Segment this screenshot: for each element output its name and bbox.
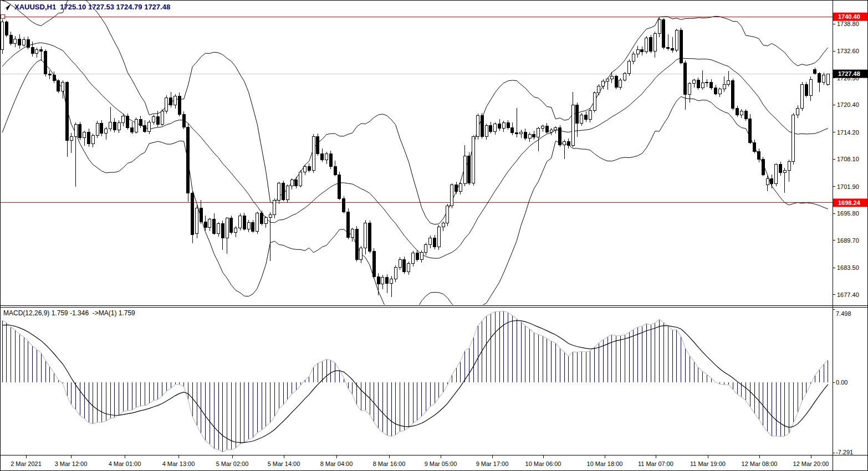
symbol-ohlc-label: XAUUSD,H1 1725.10 1727.53 1724.79 1727.4… bbox=[2, 3, 170, 11]
time-tick-label: 11 Mar 07:00 bbox=[638, 460, 673, 467]
time-tick-label: 10 Mar 06:00 bbox=[525, 460, 561, 467]
price-tags: 1740.401698.241727.48 bbox=[833, 13, 867, 207]
time-tick-label: 9 Mar 05:00 bbox=[425, 460, 457, 467]
bollinger-middle-band bbox=[2, 43, 828, 258]
time-tick-label: 12 Mar 08:00 bbox=[742, 460, 778, 467]
price-scale[interactable]: 1738.801732.601726.501720.401714.201708.… bbox=[833, 21, 859, 455]
macd-tick-label: -7.291 bbox=[836, 449, 853, 455]
time-tick-label: 8 Mar 16:00 bbox=[373, 460, 406, 467]
hline-price-tag-text: 1740.40 bbox=[838, 13, 860, 20]
price-tick-label: 1714.20 bbox=[837, 129, 859, 136]
time-tick-label: 3 Mar 12:00 bbox=[55, 460, 88, 467]
pane-separators bbox=[0, 0, 868, 471]
chart-canvas[interactable]: 1738.801732.601726.501720.401714.201708.… bbox=[0, 0, 868, 471]
macd-histogram bbox=[2, 311, 828, 452]
macd-signal-line bbox=[2, 321, 828, 443]
time-tick-label: 8 Mar 04:00 bbox=[320, 460, 353, 467]
candlestick-series bbox=[1, 18, 830, 297]
time-tick-label: 4 Mar 13:00 bbox=[162, 460, 195, 467]
price-tick-label: 1708.10 bbox=[837, 156, 859, 162]
price-tick-label: 1701.90 bbox=[837, 183, 859, 190]
price-tick-label: 1695.80 bbox=[837, 210, 859, 217]
macd-ma1-envelope-line bbox=[2, 311, 828, 452]
time-tick-label: 9 Mar 17:00 bbox=[476, 460, 509, 467]
time-tick-label: 2 Mar 2021 bbox=[11, 460, 42, 467]
time-tick-label: 5 Mar 14:00 bbox=[268, 460, 300, 467]
hline-price-tag-text: 1698.24 bbox=[838, 199, 861, 206]
time-scale[interactable]: 2 Mar 20213 Mar 12:004 Mar 01:004 Mar 13… bbox=[11, 455, 829, 468]
bollinger-lower-band bbox=[2, 60, 828, 322]
symbol-ohlc-text: XAUUSD,H1 1725.10 1727.53 1724.79 1727.4… bbox=[14, 3, 170, 11]
hline-drag-marker[interactable] bbox=[1, 15, 5, 19]
macd-tick-label: 0.00 bbox=[836, 379, 847, 386]
main-price-pane[interactable] bbox=[0, 0, 833, 322]
time-tick-label: 4 Mar 01:00 bbox=[109, 460, 141, 467]
price-tick-label: 1720.40 bbox=[837, 101, 859, 108]
time-tick-label: 5 Mar 02:00 bbox=[216, 460, 249, 467]
macd-indicator-label: MACD(12,26,9) 1.759 -1.346 ->MA(1) 1.759 bbox=[3, 309, 135, 317]
price-tick-label: 1732.60 bbox=[837, 48, 859, 54]
macd-tick-label: 7.498 bbox=[836, 310, 851, 317]
price-tick-label: 1677.40 bbox=[837, 291, 859, 298]
time-tick-label: 11 Mar 19:00 bbox=[690, 460, 726, 467]
price-tick-label: 1738.80 bbox=[837, 21, 859, 27]
current-price-tag-text: 1727.48 bbox=[838, 70, 860, 77]
price-tick-label: 1683.50 bbox=[837, 264, 859, 271]
macd-indicator-pane[interactable] bbox=[2, 311, 828, 452]
time-tick-label: 12 Mar 20:00 bbox=[793, 460, 829, 467]
chart-arrow-icon bbox=[2, 3, 12, 11]
bollinger-upper-band bbox=[2, 0, 828, 224]
time-tick-label: 10 Mar 18:00 bbox=[587, 460, 623, 467]
price-tick-label: 1689.70 bbox=[837, 237, 859, 244]
